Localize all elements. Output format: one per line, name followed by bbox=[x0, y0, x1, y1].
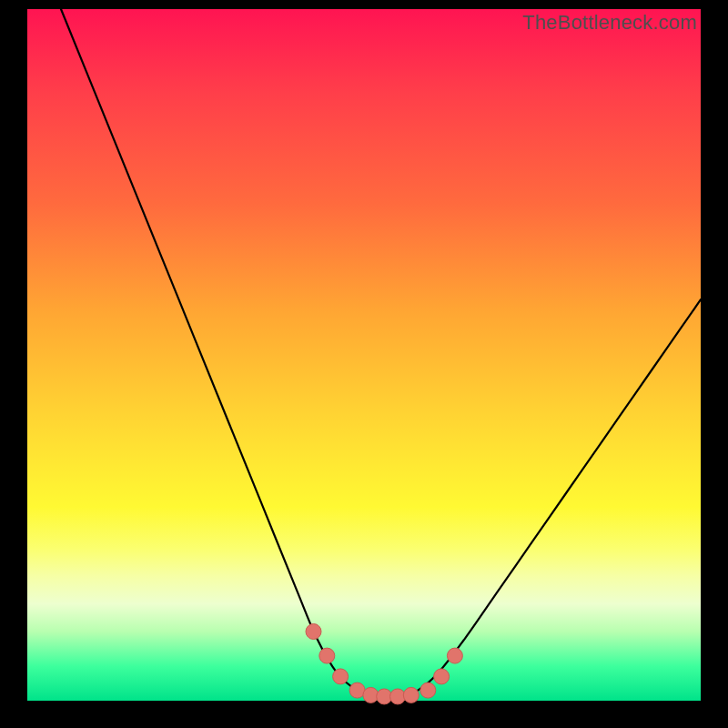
threshold-marker bbox=[319, 648, 335, 663]
chart-frame: TheBottleneck.com bbox=[0, 0, 728, 728]
threshold-marker bbox=[420, 682, 436, 698]
threshold-markers bbox=[306, 624, 462, 704]
watermark-text: TheBottleneck.com bbox=[522, 11, 697, 35]
threshold-marker bbox=[306, 624, 321, 640]
bottleneck-curve bbox=[61, 9, 701, 698]
plot-area bbox=[27, 9, 701, 701]
threshold-marker bbox=[434, 669, 450, 684]
threshold-marker bbox=[447, 648, 462, 663]
chart-svg bbox=[27, 9, 701, 701]
threshold-marker bbox=[333, 669, 349, 684]
threshold-marker bbox=[403, 687, 419, 703]
